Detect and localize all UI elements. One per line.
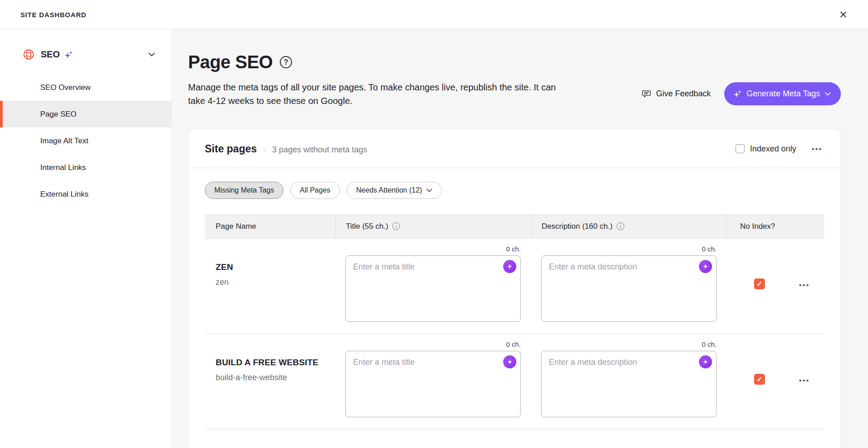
topbar: SITE DASHBOARD × — [0, 0, 868, 29]
dashboard-title: SITE DASHBOARD — [20, 11, 86, 19]
more-icon: ••• — [811, 145, 822, 153]
more-icon: ••• — [799, 376, 810, 385]
filter-chip-missing-meta-tags[interactable]: Missing Meta Tags — [205, 182, 283, 199]
page-name: ZEN — [216, 262, 326, 272]
column-header-no-index: No Index? — [726, 215, 824, 238]
site-pages-card: Site pages · 3 pages without meta tags I… — [188, 129, 841, 448]
card-more-options-button[interactable]: ••• — [810, 143, 824, 155]
main-content: Page SEO ? Manage the meta tags of all y… — [172, 29, 868, 448]
separator-dot: · — [263, 145, 266, 155]
filter-chip-needs-attention[interactable]: Needs Attention (12) — [347, 182, 442, 199]
sidebar-nav: SEO Overview Page SEO Image Alt Text Int… — [0, 74, 171, 207]
chevron-down-icon — [825, 92, 831, 96]
meta-title-input[interactable] — [345, 255, 521, 322]
generate-meta-tags-button[interactable]: Generate Meta Tags — [724, 82, 841, 105]
ai-generate-title-button[interactable] — [503, 260, 516, 273]
no-index-checkbox[interactable]: ✓ — [754, 278, 765, 289]
sidebar-item-seo-overview[interactable]: SEO Overview — [0, 74, 171, 101]
title-char-count: 0 ch. — [345, 340, 521, 348]
site-pages-table: Page Name Title (55 ch.) i Description (… — [205, 214, 824, 448]
table-row: BUILD A FREE WEBSITE build-a-free-websit… — [205, 334, 824, 429]
table-row: ZEN zen 0 ch. — [205, 239, 824, 334]
card-title: Site pages — [205, 143, 257, 155]
sidebar: SEO SEO Overview Page SEO Image Alt Text — [0, 29, 172, 448]
page-title: Page SEO ? — [188, 52, 563, 72]
seo-section-label: SEO — [41, 49, 60, 60]
chevron-down-icon — [426, 189, 432, 192]
sidebar-item-label: Image Alt Text — [40, 137, 88, 146]
indexed-only-label: Indexed only — [750, 144, 796, 154]
sidebar-item-label: Internal Links — [40, 163, 86, 172]
seo-section-header[interactable]: SEO — [0, 29, 171, 74]
give-feedback-label: Give Feedback — [656, 89, 711, 99]
close-button[interactable]: × — [835, 6, 851, 23]
meta-title-input[interactable] — [345, 351, 521, 417]
close-icon: × — [839, 7, 847, 22]
check-icon: ✓ — [757, 280, 763, 288]
ai-sparkle-icon — [733, 90, 742, 98]
ai-generate-description-button[interactable] — [699, 355, 712, 368]
page-slug: zen — [216, 278, 326, 287]
generate-meta-tags-label: Generate Meta Tags — [746, 89, 820, 99]
sidebar-item-label: External Links — [40, 190, 89, 199]
row-more-options-button[interactable]: ••• — [797, 279, 811, 291]
meta-description-input[interactable] — [541, 351, 717, 417]
title-char-count: 0 ch. — [345, 245, 521, 253]
filter-chip-label: All Pages — [300, 186, 330, 194]
filter-chip-all-pages[interactable]: All Pages — [290, 182, 340, 199]
page-title-text: Page SEO — [188, 52, 273, 72]
description-char-count: 0 ch. — [541, 340, 717, 348]
help-icon[interactable]: ? — [280, 56, 292, 68]
sidebar-item-image-alt-text[interactable]: Image Alt Text — [0, 127, 171, 154]
ai-generate-title-button[interactable] — [503, 355, 516, 368]
sidebar-item-label: Page SEO — [40, 110, 76, 119]
indexed-only-checkbox[interactable] — [736, 144, 745, 153]
sidebar-item-label: SEO Overview — [40, 83, 90, 92]
page-slug: build-a-free-website — [216, 373, 326, 382]
info-icon[interactable]: i — [617, 222, 624, 230]
sidebar-item-external-links[interactable]: External Links — [0, 181, 171, 207]
more-icon: ••• — [799, 281, 810, 289]
page-description: Manage the meta tags of all your site pa… — [188, 80, 563, 108]
check-icon: ✓ — [757, 375, 763, 383]
give-feedback-button[interactable]: Give Feedback — [642, 89, 711, 99]
table-row-partial — [205, 429, 824, 448]
filter-chip-label: Needs Attention (12) — [356, 186, 422, 194]
description-char-count: 0 ch. — [541, 245, 717, 253]
column-header-description: Description (160 ch.) i — [531, 215, 726, 238]
filter-chip-label: Missing Meta Tags — [214, 186, 274, 194]
sidebar-item-internal-links[interactable]: Internal Links — [0, 154, 171, 181]
page-name: BUILD A FREE WEBSITE — [216, 358, 326, 368]
column-header-title: Title (55 ch.) i — [335, 215, 531, 238]
column-header-page-name: Page Name — [205, 215, 335, 238]
indexed-only-toggle[interactable]: Indexed only — [736, 144, 796, 154]
ai-generate-description-button[interactable] — [699, 260, 712, 273]
feedback-icon — [642, 89, 651, 99]
pages-without-meta-tags-count: 3 pages without meta tags — [272, 145, 367, 155]
no-index-checkbox[interactable]: ✓ — [754, 374, 765, 385]
chevron-down-icon — [148, 52, 155, 57]
globe-icon — [23, 48, 35, 61]
table-header-row: Page Name Title (55 ch.) i Description (… — [205, 214, 824, 239]
ai-sparkle-icon — [64, 50, 73, 59]
filter-chips: Missing Meta Tags All Pages Needs Attent… — [189, 168, 840, 199]
info-icon[interactable]: i — [392, 222, 400, 230]
meta-description-input[interactable] — [541, 255, 717, 322]
row-more-options-button[interactable]: ••• — [797, 375, 811, 386]
sidebar-item-page-seo[interactable]: Page SEO — [0, 101, 171, 127]
